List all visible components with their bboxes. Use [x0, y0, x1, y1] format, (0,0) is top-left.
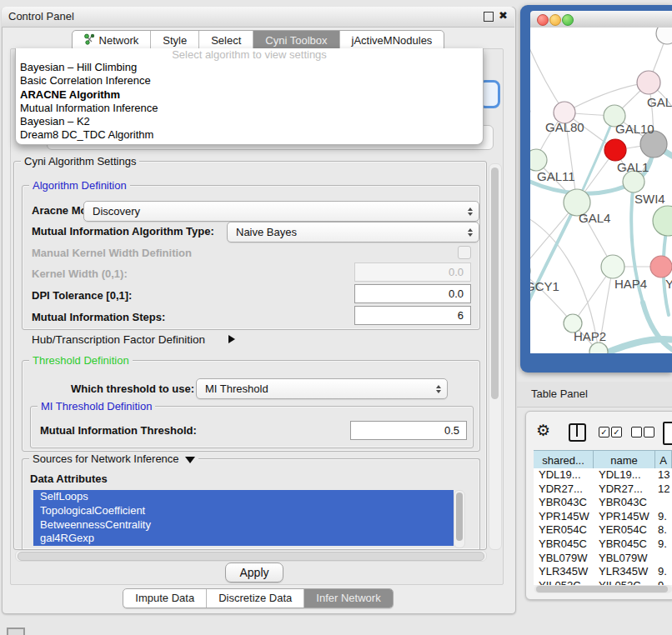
column-header-shared-[interactable]: shared...	[534, 451, 594, 469]
close-window-icon[interactable]	[537, 14, 549, 26]
table-cell: YDR27...	[534, 482, 594, 497]
tab-label: Select	[211, 34, 241, 48]
network-node[interactable]	[653, 206, 672, 236]
attribute-item[interactable]: BetweennessCentrality	[33, 518, 454, 532]
table-cell: YBR043C	[594, 496, 655, 510]
table-row[interactable]: YER054CYER054C8.	[534, 523, 672, 538]
minimized-panel-icon[interactable]	[7, 628, 25, 635]
network-node-gal11[interactable]	[530, 149, 547, 171]
float-panel-icon[interactable]	[484, 12, 494, 22]
aracne-mode-combo[interactable]: Discovery	[83, 201, 479, 222]
unchecked-checkbox-icon[interactable]	[631, 427, 642, 438]
table-cell: YBR043C	[534, 496, 594, 510]
algorithm-option[interactable]: ARACNE Algorithm	[16, 88, 483, 102]
table-header-row: shared...nameA	[534, 450, 672, 470]
document-icon[interactable]	[663, 422, 672, 445]
algorithm-option[interactable]: Bayesian – Hill Climbing	[16, 61, 483, 74]
network-node-gal[interactable]	[637, 71, 660, 94]
table-cell: 9	[655, 579, 672, 585]
table-cell: 9.	[655, 565, 672, 579]
tab-label: Cyni Toolbox	[265, 34, 327, 48]
attributes-scrollbar[interactable]	[454, 490, 465, 548]
algorithm-option[interactable]: Mutual Information Inference	[16, 102, 483, 115]
algorithm-option[interactable]: Bayesian – K2	[16, 115, 483, 128]
table-row[interactable]: YPR145WYPR145W9.	[534, 510, 672, 524]
column-header-a[interactable]: A	[655, 451, 672, 469]
checked-checkbox-icon[interactable]: ✓	[611, 427, 622, 438]
table-cell: YIL052C	[534, 579, 594, 585]
zoom-window-icon[interactable]	[562, 14, 574, 26]
manual-kernel-checkbox[interactable]	[458, 246, 471, 259]
node-label: GAL	[647, 95, 672, 109]
which-threshold-label: Which threshold to use:	[71, 382, 194, 395]
algorithm-option[interactable]: Basic Correlation Inference	[16, 74, 483, 88]
table-cell: 9.	[655, 538, 672, 552]
network-edge[interactable]	[530, 40, 564, 112]
mi-steps-field[interactable]: 6	[354, 306, 471, 325]
node-label: GAL11	[537, 169, 575, 183]
unchecked-checkbox-icon[interactable]	[644, 427, 654, 438]
node-label: GAL1	[617, 160, 649, 174]
control-panel-title: Control Panel	[8, 10, 74, 22]
table-row[interactable]: YBR043CYBR043C	[534, 496, 672, 510]
network-node-gal1[interactable]	[604, 139, 626, 161]
close-panel-icon[interactable]: ✖	[499, 9, 508, 22]
mi-type-combo[interactable]: Naive Bayes	[227, 222, 479, 242]
bottom-tabs-group: Impute DataDiscretize DataInfer Network	[123, 588, 393, 608]
mi-threshold-field[interactable]: 0.5	[350, 421, 467, 440]
collapse-arrow-icon[interactable]	[185, 457, 195, 463]
tab-discretize-data[interactable]: Discretize Data	[206, 589, 303, 608]
settings-hscrollbar[interactable]	[15, 550, 487, 562]
algorithm-dropdown-prompt: Select algorithm to view settings	[16, 49, 483, 61]
apply-button[interactable]: Apply	[225, 562, 283, 582]
mi-threshold-group-label: MI Threshold Definition	[38, 400, 155, 412]
which-threshold-combo[interactable]: MI Threshold	[196, 378, 448, 399]
network-edge[interactable]	[605, 339, 672, 353]
data-attributes-label: Data Attributes	[30, 472, 108, 485]
attribute-item[interactable]: gal4RGexp	[33, 532, 454, 546]
table-row[interactable]: YDL19...YDL19...13	[534, 468, 672, 482]
node-label: HAP4	[614, 277, 647, 291]
network-node[interactable]	[656, 28, 672, 44]
algorithm-option[interactable]: Dream8 DC_TDC Algorithm	[16, 128, 483, 142]
which-threshold-value: MI Threshold	[205, 382, 268, 395]
network-edge[interactable]	[530, 202, 577, 332]
network-canvas[interactable]: GALGAL80GAL10GAL1GAL11SWI4GAL4GCY1HAP4YH…	[530, 28, 672, 353]
minimize-window-icon[interactable]	[549, 14, 561, 26]
table-cell: YBR045C	[594, 538, 655, 552]
dpi-tolerance-field[interactable]: 0.0	[354, 284, 471, 303]
tab-label: Style	[163, 34, 187, 48]
cyni-bottom-tabs: Impute DataDiscretize DataInfer Network	[2, 588, 514, 608]
table-cell: YER054C	[534, 523, 594, 538]
table-cell: YDL19...	[534, 468, 594, 482]
table-cell: YLR345W	[594, 565, 655, 579]
table-row[interactable]: YIL052CYIL052C9	[534, 579, 672, 585]
gear-icon[interactable]: ⚙	[536, 421, 550, 440]
threshold-definition-label: Threshold Definition	[29, 354, 133, 367]
tab-label: Infer Network	[316, 592, 380, 605]
tab-impute-data[interactable]: Impute Data	[123, 589, 206, 608]
expand-arrow-icon[interactable]	[228, 335, 235, 343]
split-columns-icon[interactable]	[569, 423, 586, 442]
table-cell: YDR27...	[594, 482, 655, 497]
attribute-item[interactable]: TopologicalCoefficient	[33, 504, 454, 518]
table-row[interactable]: YBR045CYBR045C9.	[534, 538, 672, 552]
checked-checkbox-icon[interactable]: ✓	[599, 427, 609, 438]
table-row[interactable]: YDR27...YDR27...12	[534, 482, 672, 497]
cyni-algorithm-settings-label: Cyni Algorithm Settings	[21, 155, 139, 168]
settings-vscrollbar[interactable]	[489, 163, 502, 550]
network-node-hap4[interactable]	[601, 255, 624, 278]
table-cell: YPR145W	[594, 510, 655, 524]
tab-infer-network[interactable]: Infer Network	[303, 589, 392, 608]
table-row[interactable]: YLR345WYLR345W9.	[534, 565, 672, 579]
table-row[interactable]: YBL079WYBL079W	[534, 552, 672, 566]
table-cell: YIL052C	[594, 579, 655, 585]
network-node-y[interactable]	[650, 256, 672, 278]
tab-label: Impute Data	[135, 592, 194, 605]
table-hscrollbar[interactable]	[534, 585, 672, 593]
kernel-width-field[interactable]: 0.0	[354, 262, 471, 282]
attribute-item[interactable]: SelfLoops	[33, 490, 454, 504]
column-header-name[interactable]: name	[594, 451, 655, 469]
hub-definition-label: Hub/Transcription Factor Definition	[32, 333, 205, 346]
network-window-titlebar[interactable]	[530, 11, 672, 28]
